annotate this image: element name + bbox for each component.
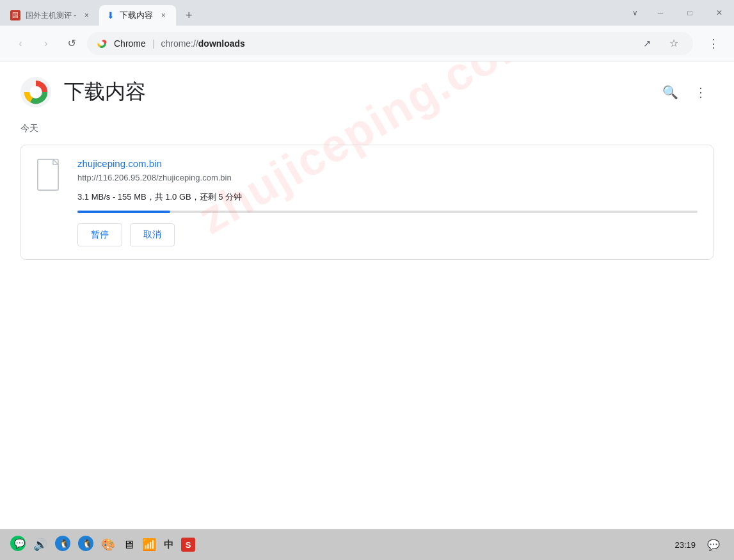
- tab1-favicon: 国: [10, 10, 20, 20]
- page-title: 下载内容: [64, 78, 644, 106]
- reload-icon: ↻: [68, 37, 76, 49]
- page-header: 下载内容 🔍 ⋮: [0, 61, 734, 118]
- taskbar-wifi[interactable]: 📶: [142, 538, 156, 552]
- titlebar: 国 国外主机测评 - × ⬇ 下载内容 × + ∨ ─ □ ✕: [0, 0, 734, 26]
- taskbar-volume[interactable]: 🔊: [33, 538, 47, 552]
- tab2-close-button[interactable]: ×: [158, 10, 168, 20]
- three-dots-icon: ⋮: [708, 36, 719, 51]
- omnibox-separator: |: [152, 38, 155, 49]
- bookmark-button[interactable]: ☆: [664, 33, 684, 54]
- window-controls: ∨ ─ □ ✕: [627, 0, 734, 26]
- svg-text:🐧: 🐧: [59, 538, 70, 549]
- chrome-logo: [20, 77, 51, 108]
- taskbar: 💬 🔊 🐧 🐧 🎨 🖥 📶 中 S 23:19 💬: [0, 529, 734, 560]
- progress-bar-container: [77, 211, 698, 213]
- forward-button[interactable]: ›: [36, 33, 56, 54]
- tab1-label: 国外主机测评 -: [26, 10, 76, 21]
- wifi-icon: 📶: [142, 538, 156, 552]
- search-button[interactable]: 🔍: [657, 79, 683, 105]
- addressbar: ‹ › ↻ Chrome | chrome://downloads ↗ ☆ ⋮: [0, 26, 734, 61]
- date-section-label: 今天: [0, 118, 734, 140]
- download-url: http://116.206.95.208/zhujiceping.com.bi…: [77, 173, 698, 182]
- back-button[interactable]: ‹: [10, 33, 31, 54]
- minimize-icon: ─: [658, 8, 664, 17]
- restore-icon: □: [687, 8, 692, 17]
- tab-1[interactable]: 国 国外主机测评 - ×: [3, 5, 99, 26]
- share-button[interactable]: ↗: [637, 33, 657, 54]
- omnibox-url: chrome://downloads: [161, 38, 244, 49]
- file-icon: [36, 158, 65, 191]
- restore-button[interactable]: □: [675, 0, 705, 26]
- svg-point-2: [100, 42, 103, 45]
- monitor-icon: 🖥: [123, 538, 134, 552]
- share-icon: ↗: [643, 38, 651, 49]
- pause-button[interactable]: 暂停: [77, 223, 122, 246]
- chrome-logo-small: [96, 38, 108, 49]
- reload-button[interactable]: ↻: [61, 33, 82, 54]
- qq1-icon: 🐧: [55, 536, 70, 554]
- progress-bar: [77, 211, 170, 213]
- close-icon: ✕: [716, 8, 722, 17]
- download-actions: 暂停 取消: [77, 223, 698, 246]
- url-protocol: chrome://: [161, 38, 198, 49]
- sougou-icon: S: [181, 538, 195, 552]
- taskbar-qq1[interactable]: 🐧: [55, 536, 70, 554]
- wechat-icon: 💬: [10, 536, 26, 554]
- close-button[interactable]: ✕: [705, 0, 734, 26]
- omnibox-chrome-label: Chrome: [114, 38, 146, 49]
- taskbar-notification[interactable]: 💬: [703, 534, 724, 555]
- star-icon: ☆: [669, 37, 678, 49]
- new-tab-button[interactable]: +: [179, 5, 199, 26]
- header-actions: 🔍 ⋮: [657, 79, 714, 105]
- chrome-menu-button[interactable]: ⋮: [703, 33, 724, 54]
- omnibox[interactable]: Chrome | chrome://downloads ↗ ☆: [87, 32, 693, 55]
- svg-text:🐧: 🐧: [82, 538, 93, 549]
- download-filename[interactable]: zhujiceping.com.bin: [77, 158, 698, 169]
- url-path: downloads: [198, 38, 245, 49]
- search-icon: 🔍: [662, 84, 678, 100]
- tab1-close-button[interactable]: ×: [81, 10, 92, 20]
- page-content: zhujiceping.com 下载内容 🔍 ⋮ 今天: [0, 61, 734, 529]
- tab2-download-icon: ⬇: [107, 10, 115, 20]
- taskbar-clock: 23:19: [674, 540, 696, 550]
- new-tab-icon: +: [186, 9, 193, 22]
- download-status: 3.1 MB/s - 155 MB，共 1.0 GB，还剩 5 分钟: [77, 191, 698, 203]
- taskbar-sougou[interactable]: S: [181, 538, 195, 552]
- page-menu-button[interactable]: ⋮: [688, 79, 714, 105]
- ime-label: 中: [164, 539, 173, 551]
- chevron-down-icon: ∨: [627, 8, 643, 17]
- taskbar-monitor[interactable]: 🖥: [123, 538, 134, 552]
- notification-icon: 💬: [707, 539, 720, 551]
- taskbar-ime[interactable]: 中: [164, 539, 173, 551]
- tab-2[interactable]: ⬇ 下载内容 ×: [99, 5, 176, 26]
- svg-text:💬: 💬: [14, 538, 26, 549]
- volume-icon: 🔊: [33, 538, 47, 552]
- taskbar-colorpicker[interactable]: 🎨: [101, 538, 115, 552]
- forward-icon: ›: [44, 38, 47, 49]
- qq2-icon: 🐧: [78, 536, 93, 554]
- tab2-label: 下载内容: [120, 10, 153, 21]
- minimize-button[interactable]: ─: [646, 0, 675, 26]
- download-info: zhujiceping.com.bin http://116.206.95.20…: [77, 158, 698, 246]
- cancel-button[interactable]: 取消: [130, 223, 175, 246]
- back-icon: ‹: [19, 38, 22, 49]
- download-card: zhujiceping.com.bin http://116.206.95.20…: [20, 145, 714, 260]
- more-vert-icon: ⋮: [694, 84, 707, 100]
- colorpicker-icon: 🎨: [101, 538, 115, 552]
- svg-point-4: [29, 86, 42, 98]
- document-icon: [36, 158, 65, 191]
- taskbar-wechat[interactable]: 💬: [10, 536, 26, 554]
- taskbar-qq2[interactable]: 🐧: [78, 536, 93, 554]
